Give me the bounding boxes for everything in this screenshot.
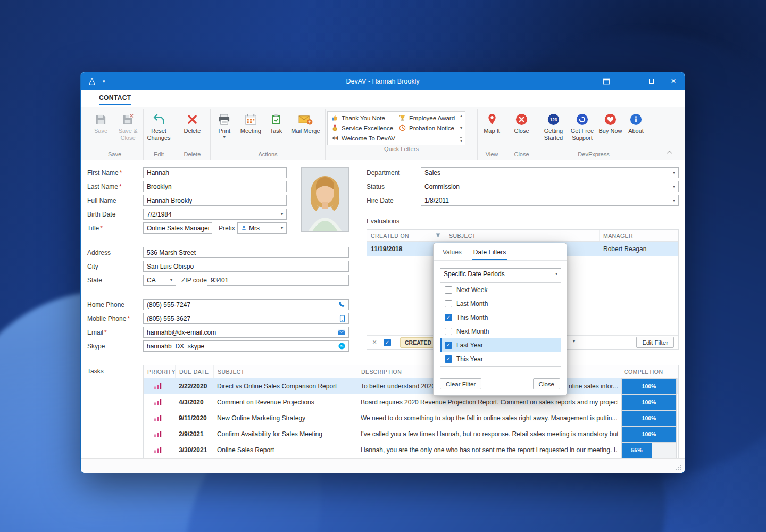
- column-header-completion[interactable]: COMPLETION: [620, 365, 678, 378]
- filter-enabled-checkbox[interactable]: ✓: [384, 339, 391, 346]
- edit-filter-button[interactable]: Edit Filter: [636, 337, 674, 348]
- task-row[interactable]: 2/9/2021 Confirm Availability for Sales …: [144, 426, 678, 442]
- quick-letter-service-excellence[interactable]: Service Excellence: [331, 123, 395, 133]
- task-row[interactable]: 2/22/2020 Direct vs Online Sales Compari…: [144, 378, 678, 394]
- meeting-button[interactable]: Meeting: [237, 110, 265, 135]
- address-input[interactable]: 536 Marsh Street: [143, 247, 349, 258]
- get-free-support-button[interactable]: Get Free Support: [568, 110, 597, 142]
- chevron-down-icon[interactable]: ▾: [170, 278, 172, 282]
- gallery-scroll-up-icon[interactable]: ▴: [460, 113, 462, 118]
- date-period-dropdown[interactable]: Specific Date Periods▾: [440, 268, 561, 279]
- chevron-down-icon[interactable]: ▾: [281, 226, 283, 230]
- quick-letter-welcome-to-devav[interactable]: Welcome To DevAV: [331, 133, 395, 143]
- gallery-dropdown-icon[interactable]: ▾: [460, 137, 462, 143]
- chevron-down-icon[interactable]: ▾: [673, 198, 675, 203]
- quick-letter-thank-you-note[interactable]: Thank You Note: [331, 113, 395, 123]
- quick-access-dropdown-icon[interactable]: ▾: [103, 79, 105, 84]
- mail-merge-button[interactable]: Mail Merge: [288, 110, 323, 135]
- about-button[interactable]: About: [625, 110, 648, 135]
- checkbox[interactable]: ✓: [445, 342, 452, 349]
- column-header-manager[interactable]: MANAGER: [600, 230, 678, 241]
- column-header-due-date[interactable]: DUE DATE: [176, 365, 214, 378]
- getting-started-button[interactable]: 123 Getting Started: [540, 110, 568, 142]
- delete-button[interactable]: Delete: [178, 110, 207, 135]
- chevron-down-icon[interactable]: ▾: [281, 212, 283, 217]
- save-and-close-button[interactable]: Save & Close: [114, 110, 141, 142]
- app-icon[interactable]: [88, 77, 96, 86]
- filter-option-next-month[interactable]: ✓ Next Month: [440, 325, 561, 338]
- zip-code-input[interactable]: 93401: [207, 275, 349, 286]
- filter-option-last-year[interactable]: ✓ Last Year: [440, 338, 561, 352]
- home-phone-input[interactable]: (805) 555-7247: [143, 299, 349, 310]
- ribbon-display-options-icon[interactable]: [595, 72, 618, 90]
- close-popup-button[interactable]: Close: [533, 378, 560, 389]
- remove-filter-icon[interactable]: ×: [372, 338, 377, 346]
- filter-option-this-year[interactable]: ✓ This Year: [440, 352, 561, 366]
- close-record-button[interactable]: Close: [509, 110, 535, 135]
- chevron-down-icon[interactable]: ▾: [673, 184, 675, 189]
- filter-option-last-month[interactable]: ✓ Last Month: [440, 297, 561, 311]
- birth-date-input[interactable]: 7/2/1984▾: [143, 209, 287, 220]
- buy-now-button[interactable]: Buy Now: [597, 110, 624, 135]
- full-name-input[interactable]: Hannah Brookly: [143, 195, 287, 206]
- contact-form: First Name* Hannah Last Name* Brooklyn F…: [81, 160, 685, 458]
- task-button[interactable]: Task: [265, 110, 287, 135]
- checkbox[interactable]: ✓: [445, 286, 452, 294]
- quick-letter-label: Thank You Note: [342, 115, 385, 121]
- city-input[interactable]: San Luis Obispo: [143, 261, 349, 272]
- ribbon-group-devexpress: 123 Getting Started Get Free Support: [537, 109, 650, 160]
- filter-option-this-month[interactable]: ✓ This Month: [440, 311, 561, 325]
- task-row[interactable]: 4/3/2020 Comment on Revenue Projections …: [144, 394, 678, 410]
- reset-changes-button[interactable]: Reset Changes: [145, 110, 172, 142]
- svg-text:S: S: [340, 344, 344, 348]
- gallery-scrollbar: ▴ ▾ ▾: [457, 112, 465, 145]
- filter-mru-dropdown-icon[interactable]: ▾: [573, 339, 575, 344]
- gallery-scroll-down-icon[interactable]: ▾: [460, 126, 462, 130]
- checkbox[interactable]: ✓: [445, 328, 452, 335]
- save-button[interactable]: Save: [88, 110, 114, 135]
- title-input[interactable]: Online Sales Manager: [143, 222, 212, 234]
- task-row[interactable]: 3/30/2021 Online Sales Report Hannah, yo…: [144, 442, 678, 458]
- column-header-subject[interactable]: SUBJECT: [445, 230, 600, 241]
- quick-letter-probation-notice[interactable]: Probation Notice: [398, 123, 457, 133]
- status-label: Status: [367, 181, 385, 192]
- minimize-button[interactable]: [618, 72, 640, 90]
- hire-date-dropdown[interactable]: 1/8/2011▾: [421, 195, 679, 206]
- ribbon-group-label: Save: [88, 151, 141, 160]
- collapse-ribbon-button[interactable]: [665, 149, 673, 155]
- last-name-input[interactable]: Brooklyn: [143, 181, 287, 192]
- filter-option-next-week[interactable]: ✓ Next Week: [440, 283, 561, 297]
- column-header-subject[interactable]: SUBJECT: [214, 365, 357, 378]
- close-button[interactable]: ×: [662, 72, 685, 90]
- email-input[interactable]: hannahb@dx-email.com: [143, 327, 349, 338]
- column-header-priority[interactable]: PRIORITY: [144, 365, 176, 378]
- skype-input[interactable]: hannahb_DX_skype S: [143, 340, 349, 352]
- filter-funnel-icon[interactable]: [435, 232, 441, 238]
- tab-date-filters[interactable]: Date Filters: [472, 248, 507, 260]
- resize-grip[interactable]: [676, 464, 682, 471]
- chevron-down-icon[interactable]: ▾: [673, 170, 675, 175]
- task-row[interactable]: 9/11/2020 New Online Marketing Strategy …: [144, 410, 678, 426]
- map-it-button[interactable]: Map It: [479, 110, 504, 135]
- prefix-dropdown[interactable]: Mrs ▾: [237, 222, 287, 234]
- maximize-button[interactable]: [640, 72, 662, 90]
- first-name-input[interactable]: Hannah: [143, 167, 287, 178]
- evaluations-section-label: Evaluations: [367, 218, 399, 225]
- checkbox[interactable]: ✓: [445, 355, 452, 363]
- mobile-phone-label: Mobile Phone*: [87, 313, 130, 324]
- print-button[interactable]: Print ▾: [212, 110, 237, 139]
- tab-values[interactable]: Values: [442, 248, 463, 260]
- department-dropdown[interactable]: Sales▾: [421, 167, 679, 178]
- completion-value: 100%: [642, 415, 656, 421]
- chevron-down-icon[interactable]: ▾: [555, 271, 557, 276]
- status-dropdown[interactable]: Commission▾: [421, 181, 679, 192]
- column-header-created-on[interactable]: CREATED ON: [367, 230, 445, 241]
- clear-filter-button[interactable]: Clear Filter: [440, 378, 481, 389]
- print-dropdown-icon[interactable]: ▾: [223, 136, 226, 138]
- tab-contact[interactable]: CONTACT: [99, 94, 131, 105]
- checkbox[interactable]: ✓: [445, 300, 452, 307]
- state-dropdown[interactable]: CA▾: [143, 275, 176, 286]
- checkbox[interactable]: ✓: [445, 314, 452, 321]
- quick-letter-employee-award[interactable]: Employee Award: [398, 113, 457, 123]
- mobile-phone-input[interactable]: (805) 555-3627: [143, 313, 349, 324]
